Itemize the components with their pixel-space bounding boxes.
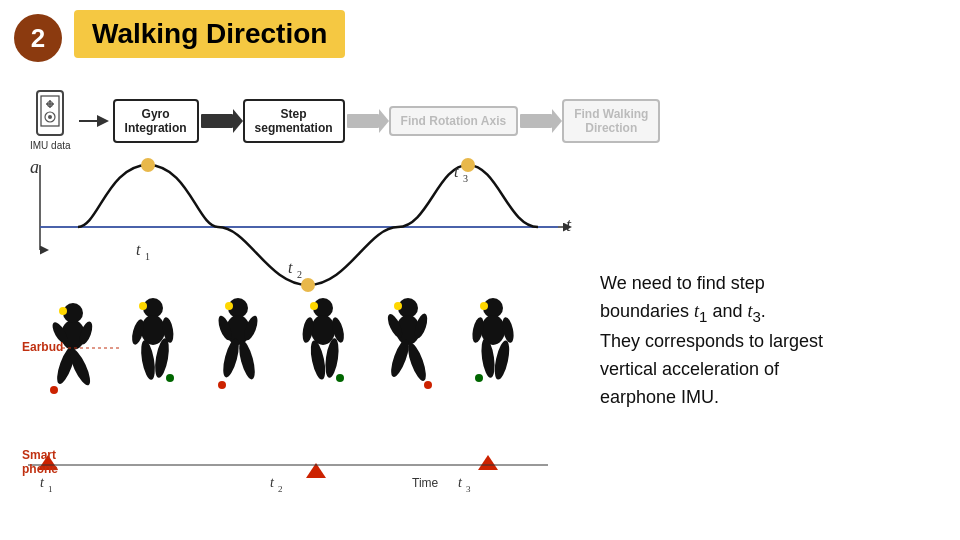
svg-text:1: 1 xyxy=(145,251,150,262)
arrow-4 xyxy=(518,106,562,136)
desc-line4: vertical acceleration of xyxy=(600,359,779,379)
svg-point-20 xyxy=(301,278,315,292)
svg-point-50 xyxy=(225,302,233,310)
svg-marker-11 xyxy=(379,109,389,133)
svg-text:t: t xyxy=(136,241,141,258)
smartphone-label: Smartphone xyxy=(22,448,58,476)
svg-point-42 xyxy=(139,302,147,310)
svg-point-49 xyxy=(236,339,258,381)
svg-point-19 xyxy=(141,158,155,172)
arrow-1 xyxy=(77,111,113,131)
svg-point-74 xyxy=(480,302,488,310)
svg-point-73 xyxy=(492,339,512,381)
desc-line3: They corresponds to largest xyxy=(600,331,823,351)
svg-text:1: 1 xyxy=(48,484,53,494)
page-title: Walking Direction xyxy=(74,10,345,58)
svg-marker-9 xyxy=(233,109,243,133)
svg-rect-8 xyxy=(201,114,233,128)
svg-text:3: 3 xyxy=(463,173,468,184)
svg-text:a: a xyxy=(30,157,39,177)
pipe-find-walk: Find WalkingDirection xyxy=(562,99,660,143)
pipeline-container: IMU data GyroIntegration Stepsegmentatio… xyxy=(30,90,660,152)
svg-text:3: 3 xyxy=(466,484,471,494)
find-walk-label: Find WalkingDirection xyxy=(574,107,648,135)
svg-point-75 xyxy=(475,374,483,382)
svg-text:Time: Time xyxy=(412,476,439,490)
svg-text:t: t xyxy=(270,475,275,490)
svg-text:t: t xyxy=(566,215,572,235)
earbud-label: Earbud xyxy=(22,340,63,354)
svg-point-21 xyxy=(461,158,475,172)
svg-point-66 xyxy=(394,302,402,310)
phone-icon xyxy=(33,90,67,140)
svg-text:t: t xyxy=(454,163,459,180)
svg-point-43 xyxy=(166,374,174,382)
svg-marker-13 xyxy=(552,109,562,133)
svg-text:t: t xyxy=(288,259,293,276)
svg-marker-78 xyxy=(478,455,498,470)
svg-text:t: t xyxy=(458,475,463,490)
svg-point-56 xyxy=(308,339,328,381)
pipe-gyro: GyroIntegration xyxy=(113,99,199,143)
svg-point-59 xyxy=(336,374,344,382)
svg-point-51 xyxy=(218,381,226,389)
arrow-2 xyxy=(199,106,243,136)
imu-label: IMU data xyxy=(30,140,71,152)
phone-icon-group: IMU data xyxy=(30,90,71,152)
svg-text:2: 2 xyxy=(278,484,283,494)
find-rot-label: Find Rotation Axis xyxy=(401,114,507,128)
desc-line5: earphone IMU. xyxy=(600,387,719,407)
svg-point-67 xyxy=(424,381,432,389)
step-number-badge: 2 xyxy=(14,14,62,62)
arrow-3 xyxy=(345,106,389,136)
gyro-label: GyroIntegration xyxy=(125,107,187,135)
svg-text:2: 2 xyxy=(297,269,302,280)
earbud-line xyxy=(62,338,142,378)
svg-point-64 xyxy=(388,337,413,379)
svg-point-35 xyxy=(50,386,58,394)
pipe-step-seg: Stepsegmentation xyxy=(243,99,345,143)
desc-line2: boundaries t1 and t3. xyxy=(600,301,766,321)
step-seg-label: Stepsegmentation xyxy=(255,107,333,135)
svg-point-34 xyxy=(59,307,67,315)
svg-rect-10 xyxy=(347,114,379,128)
svg-rect-12 xyxy=(520,114,552,128)
pipe-find-rot: Find Rotation Axis xyxy=(389,106,519,136)
walking-figures: t 1 t 2 Time t 3 xyxy=(18,295,558,495)
svg-text:t: t xyxy=(40,475,45,490)
svg-point-54 xyxy=(301,316,315,343)
svg-point-65 xyxy=(405,341,430,383)
badge-number: 2 xyxy=(31,23,45,54)
desc-line1: We need to find step xyxy=(600,273,765,293)
svg-point-6 xyxy=(48,115,52,119)
description-text: We need to find step boundaries t1 and t… xyxy=(600,270,950,411)
waveform-chart: a t t 1 t 2 t 3 xyxy=(18,155,588,295)
svg-point-58 xyxy=(310,302,318,310)
